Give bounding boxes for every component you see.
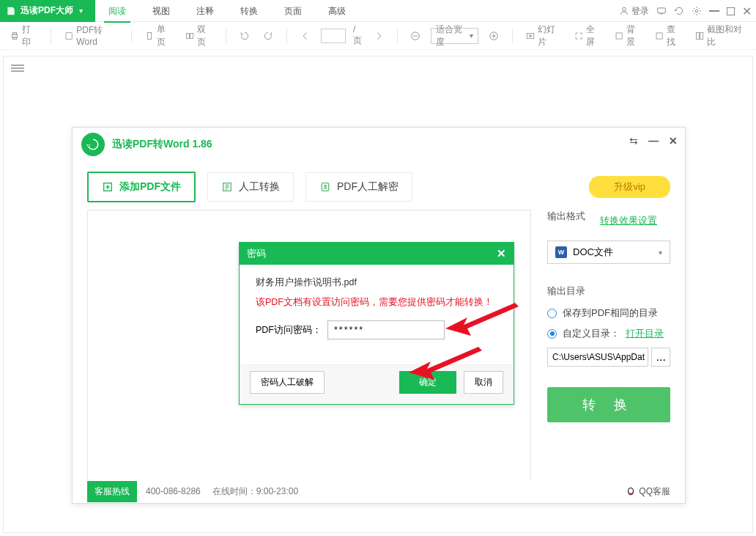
- converter-titlebar: 迅读PDF转Word 1.86 ⇆ ― ✕: [73, 128, 685, 161]
- separator: [397, 29, 398, 43]
- zoom-out-button[interactable]: [407, 29, 423, 43]
- fullscreen-button[interactable]: 全屏: [571, 21, 604, 51]
- minimize-button[interactable]: [709, 10, 719, 12]
- password-dialog-header: 密码 ✕: [240, 243, 514, 265]
- output-path-field[interactable]: C:\Users\ASUS\AppDat: [547, 348, 648, 367]
- minimize-icon[interactable]: ―: [648, 135, 659, 147]
- pin-icon[interactable]: ⇆: [629, 135, 638, 147]
- converter-logo-icon: [81, 133, 105, 156]
- doc-icon: W: [555, 246, 567, 258]
- svg-rect-3: [12, 34, 18, 37]
- tab-add-pdf[interactable]: 添加PDF文件: [87, 172, 196, 202]
- main-menu: 阅读 视图 注释 转换 页面 高级: [95, 0, 359, 22]
- toolbar: 打印 PDF转Word 单页 双页 /页 适合宽度▾ 幻灯片 全屏 背景 查找 …: [0, 22, 756, 50]
- zoom-in-button[interactable]: [486, 29, 502, 43]
- menu-view[interactable]: 视图: [139, 0, 183, 22]
- rotate-right-button[interactable]: [260, 29, 276, 43]
- svg-point-20: [325, 185, 327, 187]
- svg-rect-13: [616, 32, 622, 38]
- next-page-button[interactable]: [371, 29, 387, 43]
- menu-annotate[interactable]: 注释: [183, 0, 227, 22]
- svg-rect-5: [13, 37, 17, 40]
- chat-icon[interactable]: [656, 6, 667, 16]
- clip-compare-button[interactable]: 截图和对比: [692, 21, 749, 51]
- double-page-button[interactable]: 双页: [182, 21, 215, 51]
- converter-controls: ⇆ ― ✕: [629, 135, 678, 147]
- tab-pdf-decrypt[interactable]: PDF人工解密: [305, 172, 412, 202]
- content-area: 迅读PDF转Word 1.86 ⇆ ― ✕ 添加PDF文件 人工转换 PDF人工…: [0, 50, 756, 536]
- close-icon[interactable]: ✕: [497, 247, 506, 260]
- top-bar: 迅读PDF大师 ▾ 阅读 视图 注释 转换 页面 高级 登录 ✕: [0, 0, 756, 22]
- maximize-button[interactable]: [727, 7, 735, 15]
- open-dir-link[interactable]: 打开目录: [626, 327, 664, 340]
- background-button[interactable]: 背景: [612, 21, 645, 51]
- svg-rect-9: [190, 33, 193, 38]
- password-filename: 财务用户操作说明书.pdf: [256, 276, 497, 289]
- options-panel: 输出格式 转换效果设置 W DOC文件 ▾ 输出目录 保存到PDF相同的目录 自…: [531, 210, 670, 488]
- qq-service-button[interactable]: QQ客服: [626, 485, 670, 498]
- svg-point-0: [623, 7, 626, 11]
- hotline-tag: 客服热线: [87, 481, 137, 502]
- svg-rect-8: [187, 33, 190, 38]
- svg-rect-4: [13, 32, 17, 34]
- format-label: 输出格式: [547, 210, 585, 223]
- login-button[interactable]: 登录: [619, 5, 649, 18]
- search-button[interactable]: 查找: [652, 21, 685, 51]
- tab-human-convert[interactable]: 人工转换: [207, 172, 294, 202]
- menu-advanced[interactable]: 高级: [315, 0, 359, 22]
- upgrade-vip-button[interactable]: 升级vip: [589, 176, 670, 198]
- radio-custom-dir[interactable]: 自定义目录：打开目录: [547, 327, 670, 340]
- menu-convert[interactable]: 转换: [227, 0, 271, 22]
- radio-same-dir[interactable]: 保存到PDF相同的目录: [547, 306, 670, 320]
- svg-point-22: [629, 488, 633, 493]
- slideshow-button[interactable]: 幻灯片: [523, 21, 564, 51]
- svg-point-2: [695, 10, 698, 12]
- annotation-arrow-icon: [445, 299, 519, 336]
- prev-page-button[interactable]: [297, 29, 314, 43]
- close-icon[interactable]: ✕: [669, 135, 678, 147]
- converter-tabs: 添加PDF文件 人工转换 PDF人工解密 升级vip: [73, 161, 685, 210]
- refresh-icon[interactable]: [674, 6, 684, 16]
- app-logo[interactable]: 迅读PDF大师 ▾: [0, 0, 95, 22]
- svg-rect-6: [66, 32, 72, 39]
- hours-value: 9:00-23:00: [256, 486, 298, 496]
- sidebar-toggle-icon[interactable]: [11, 63, 24, 73]
- convert-button[interactable]: 转 换: [547, 387, 670, 422]
- svg-rect-1: [658, 8, 666, 13]
- password-input[interactable]: ******: [327, 320, 445, 339]
- svg-rect-14: [656, 32, 662, 38]
- single-page-button[interactable]: 单页: [142, 21, 175, 51]
- effect-settings-link[interactable]: 转换效果设置: [600, 214, 657, 227]
- annotation-arrow-icon: [409, 343, 482, 380]
- crack-password-button[interactable]: 密码人工破解: [250, 371, 325, 394]
- svg-rect-7: [147, 32, 151, 39]
- hours-label: 在线时间：: [212, 485, 256, 498]
- svg-rect-15: [697, 32, 700, 39]
- separator: [226, 29, 226, 43]
- converter-title: 迅读PDF转Word 1.86: [112, 138, 212, 151]
- output-dir-label: 输出目录: [547, 284, 670, 298]
- close-button[interactable]: ✕: [742, 4, 752, 18]
- format-select[interactable]: W DOC文件 ▾: [547, 241, 670, 264]
- rotate-left-button[interactable]: [237, 29, 253, 43]
- browse-button[interactable]: ...: [651, 348, 670, 367]
- separator: [131, 29, 132, 43]
- svg-rect-16: [700, 32, 703, 39]
- chevron-down-icon: ▾: [79, 7, 83, 15]
- app-name: 迅读PDF大师: [21, 4, 73, 17]
- svg-marker-24: [445, 303, 519, 336]
- svg-marker-25: [409, 347, 482, 380]
- zoom-selector[interactable]: 适合宽度▾: [431, 28, 478, 44]
- page-number-input[interactable]: [321, 29, 346, 43]
- svg-point-23: [629, 493, 633, 494]
- pdf-to-word-button[interactable]: PDF转Word: [62, 22, 121, 49]
- menu-page[interactable]: 页面: [271, 0, 315, 22]
- gear-icon[interactable]: [692, 6, 702, 16]
- menu-read[interactable]: 阅读: [95, 0, 139, 22]
- chevron-down-icon: ▾: [470, 32, 473, 40]
- separator: [286, 29, 287, 43]
- page-total: /页: [353, 24, 363, 47]
- window-controls: 登录 ✕: [619, 0, 752, 22]
- separator: [51, 29, 51, 43]
- print-button[interactable]: 打印: [7, 21, 40, 51]
